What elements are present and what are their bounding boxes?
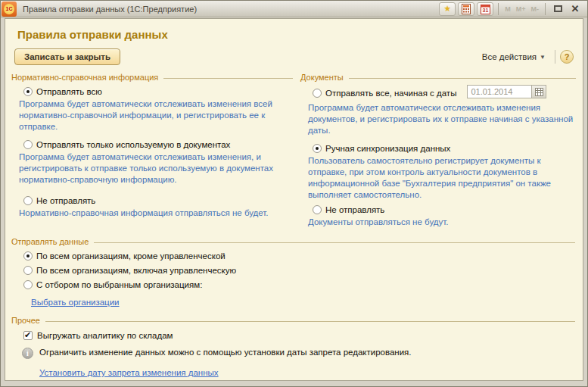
radio-icon [23, 266, 33, 275]
group-send-data-header: Отправлять данные [11, 237, 575, 246]
maximize-icon [554, 5, 562, 12]
memory-m-plus-button[interactable]: M+ [515, 5, 527, 13]
svg-text:31: 31 [482, 8, 488, 13]
radio-label: По всем организациям, включая управленче… [36, 266, 236, 275]
radio-docs-send-from-date[interactable]: Отправлять все, начиная с даты [313, 89, 456, 98]
radio-icon [23, 251, 33, 261]
group-documents: Документы Отправлять все, начиная с даты [300, 73, 576, 236]
select-organizations-link[interactable]: Выбрать организации [31, 298, 120, 307]
window-title: Правила отправки данных (1С:Предприятие) [23, 5, 197, 14]
start-date-input[interactable] [467, 85, 532, 98]
radio-all-orgs-except-management[interactable]: По всем организациям, кроме управленческ… [23, 251, 575, 261]
group-nsi-header: Нормативно-справочная информация [11, 73, 293, 82]
radio-selected-orgs[interactable]: С отбором по выбранным организациям: [23, 280, 575, 289]
info-icon: i [22, 348, 33, 359]
group-line [45, 321, 575, 322]
radio-description: Пользователь самостоятельно регистрирует… [308, 155, 576, 201]
memory-m-button[interactable]: M [503, 5, 512, 13]
radio-description: Документы отправляться не будут. [308, 217, 576, 228]
group-line [349, 78, 576, 79]
titlebar-separator [498, 3, 499, 15]
checkbox-icon [23, 331, 33, 340]
radio-icon [23, 280, 33, 289]
favorites-button[interactable]: ★ [439, 2, 456, 16]
radio-label: Не отправлять [36, 196, 95, 205]
radio-nsi-dont-send[interactable]: Не отправлять [23, 196, 293, 205]
radio-label: Отправлять всю [36, 87, 102, 96]
radio-label: Отправлять все, начиная с даты [325, 89, 456, 98]
toolbar: Записать и закрыть Все действия ▼ ? [14, 48, 574, 65]
chevron-down-icon: ▼ [540, 54, 546, 61]
radio-label: Ручная синхронизация данных [325, 144, 450, 153]
radio-nsi-send-used[interactable]: Отправлять только используемую в докумен… [23, 140, 293, 149]
radio-description: Программа будет автоматически отслеживат… [19, 151, 287, 186]
all-actions-button[interactable]: Все действия ▼ [478, 50, 550, 64]
radio-label: С отбором по выбранным организациям: [36, 280, 202, 289]
group-nsi: Нормативно-справочная информация Отправл… [11, 73, 293, 236]
group-line [163, 78, 293, 79]
set-data-change-ban-date-link[interactable]: Установить дату запрета изменения данных [39, 368, 219, 377]
page-title: Правила отправки данных [17, 28, 575, 41]
close-button[interactable]: ✕ [568, 2, 583, 16]
star-icon: ★ [443, 5, 451, 13]
calculator-icon [462, 4, 471, 14]
group-other: Прочее Выгружать аналитику по складам i … [11, 316, 575, 379]
radio-icon [23, 196, 33, 205]
maximize-button[interactable] [550, 2, 565, 16]
group-other-header: Прочее [11, 316, 575, 325]
calculator-button[interactable] [458, 2, 474, 16]
toolbar-separator [555, 50, 555, 64]
calendar-button[interactable]: 31 [477, 2, 493, 16]
close-icon: ✕ [571, 4, 580, 14]
group-documents-header: Документы [300, 73, 576, 82]
radio-description: Нормативно-справочная информация отправл… [19, 208, 287, 219]
checkbox-export-warehouse-analytics[interactable]: Выгружать аналитику по складам [23, 331, 575, 340]
group-send-data: Отправлять данные По всем организациям, … [11, 237, 575, 314]
titlebar-buttons: ★ 31 M M+ M- [439, 2, 583, 16]
radio-nsi-send-all[interactable]: Отправлять всю [23, 87, 293, 96]
app-window: 1С Правила отправки данных (1С:Предприят… [0, 0, 588, 387]
radio-label: Не отправлять [325, 205, 384, 214]
radio-icon [313, 89, 322, 98]
radio-label: По всем организациям, кроме управленческ… [36, 251, 226, 261]
checkbox-label: Выгружать аналитику по складам [37, 331, 173, 340]
date-field-group [467, 85, 546, 98]
date-picker-button[interactable] [532, 85, 546, 98]
info-message: i Ограничить изменение данных можно с по… [22, 348, 575, 359]
radio-docs-manual-sync[interactable]: Ручная синхронизация данных [313, 144, 576, 153]
help-button[interactable]: ? [560, 50, 574, 64]
top-groups: Нормативно-справочная информация Отправл… [11, 73, 575, 236]
radio-label: Отправлять только используемую в докумен… [36, 140, 230, 149]
save-and-close-button[interactable]: Записать и закрыть [14, 48, 120, 65]
titlebar-separator-2 [545, 3, 546, 15]
radio-icon [23, 87, 33, 96]
app-logo-icon: 1С [2, 2, 17, 17]
radio-icon [313, 144, 322, 153]
info-text: Ограничить изменение данных можно с помо… [39, 348, 412, 357]
calendar-icon: 31 [481, 4, 490, 14]
radio-all-orgs-including-management[interactable]: По всем организациям, включая управленче… [23, 266, 575, 275]
memory-m-minus-button[interactable]: M- [530, 5, 541, 13]
group-line [94, 242, 575, 243]
radio-description: Программа будет автоматически отслеживат… [19, 98, 287, 133]
radio-icon [23, 140, 33, 149]
radio-icon [313, 205, 322, 214]
form-content: Правила отправки данных Записать и закры… [5, 18, 583, 381]
radio-docs-dont-send[interactable]: Не отправлять [313, 205, 576, 214]
calendar-grid-icon [535, 88, 543, 96]
all-actions-label: Все действия [482, 52, 537, 61]
titlebar: 1С Правила отправки данных (1С:Предприят… [1, 1, 587, 17]
radio-description: Программа будет автоматически отслеживат… [308, 102, 576, 136]
